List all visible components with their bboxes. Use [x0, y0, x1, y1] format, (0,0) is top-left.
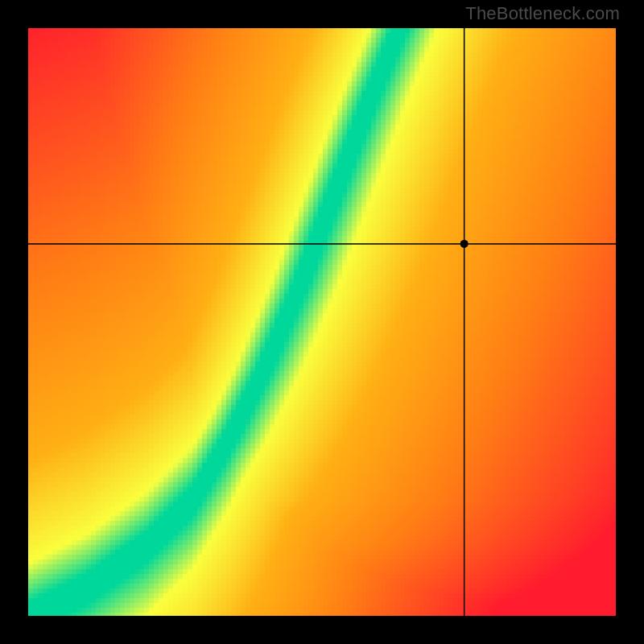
chart-frame: TheBottleneck.com [0, 0, 644, 644]
heatmap-canvas [28, 28, 616, 616]
watermark: TheBottleneck.com [465, 3, 620, 24]
